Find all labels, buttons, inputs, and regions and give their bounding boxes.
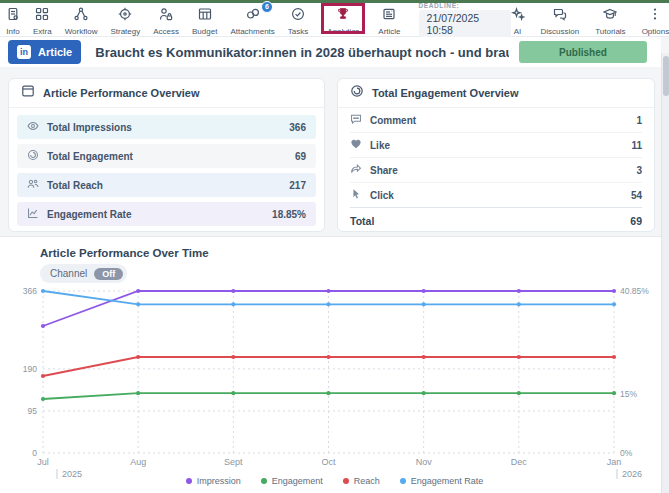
stat-row-impressions: Total Impressions 366 bbox=[17, 115, 316, 139]
svg-text:366: 366 bbox=[23, 286, 37, 296]
toolbar-actions: AI Discussion Tutorials Options Close bbox=[511, 4, 669, 36]
vertical-scrollbar[interactable] bbox=[661, 53, 669, 493]
action-options[interactable]: Options bbox=[642, 4, 669, 36]
performance-card-header: Article Performance Overview bbox=[9, 79, 324, 108]
legend-item-engagement[interactable]: Engagement bbox=[261, 476, 323, 486]
action-tutorials[interactable]: Tutorials bbox=[595, 4, 625, 36]
total-value: 69 bbox=[630, 215, 642, 227]
engagement-row-share: Share 3 bbox=[350, 158, 642, 183]
tab-tasks[interactable]: Tasks bbox=[288, 4, 308, 36]
action-label: Options bbox=[642, 27, 669, 36]
legend-item-engagement-rate[interactable]: Engagement Rate bbox=[400, 476, 484, 486]
stat-value: 366 bbox=[289, 122, 306, 133]
svg-text:Dec: Dec bbox=[511, 457, 528, 467]
performance-rows: Total Impressions 366 Total Engagement 6… bbox=[9, 108, 324, 238]
svg-text:Nov: Nov bbox=[416, 457, 433, 467]
tab-label: Tasks bbox=[288, 27, 308, 36]
chart-card: Article Performance Over Time Channel Of… bbox=[0, 236, 669, 493]
scrollbar-thumb[interactable] bbox=[663, 56, 669, 96]
tab-info[interactable]: Info bbox=[6, 4, 20, 36]
tab-access[interactable]: Access bbox=[153, 4, 179, 36]
engagement-rows: Comment 1 Like 11 Share 3 Click 54 Total… bbox=[338, 108, 654, 234]
tab-workflow[interactable]: Workflow bbox=[65, 4, 98, 36]
graduation-cap-icon bbox=[603, 7, 617, 25]
deadline-label: DEADLINE: bbox=[419, 2, 511, 9]
tab-budget[interactable]: Budget bbox=[192, 4, 217, 36]
table-icon bbox=[198, 7, 212, 25]
tab-label: Strategy bbox=[110, 27, 140, 36]
engagement-row-like: Like 11 bbox=[350, 133, 642, 158]
tab-label: Extra bbox=[33, 27, 52, 36]
performance-line-chart: 0951903660%15%40.85%JulAugSeptOctNovDecJ… bbox=[0, 279, 669, 479]
channel-toggle-label: Channel bbox=[50, 268, 87, 279]
engagement-circle-icon bbox=[350, 84, 364, 102]
stat-label: Total Impressions bbox=[47, 122, 281, 133]
engagement-total-row: Total 69 bbox=[350, 207, 642, 234]
engagement-value: 54 bbox=[631, 190, 642, 201]
chart-legend: ImpressionEngagementReachEngagement Rate bbox=[0, 476, 669, 486]
stat-row-engagement-rate: Engagement Rate 18.85% bbox=[17, 202, 316, 226]
channel-button-label: Article bbox=[38, 46, 72, 58]
svg-text:95: 95 bbox=[28, 406, 38, 416]
check-circle-icon bbox=[291, 7, 305, 25]
target-icon bbox=[118, 7, 132, 25]
legend-label: Engagement Rate bbox=[411, 476, 484, 486]
info-file-icon bbox=[6, 7, 20, 25]
engagement-value: 3 bbox=[636, 165, 642, 176]
tab-label: Info bbox=[6, 27, 19, 36]
stat-label: Total Engagement bbox=[47, 151, 287, 162]
svg-text:Sept: Sept bbox=[224, 457, 243, 467]
svg-text:0%: 0% bbox=[620, 448, 633, 458]
action-label: Tutorials bbox=[595, 27, 625, 36]
tab-attachments[interactable]: 6 Attachments bbox=[230, 4, 274, 36]
engagement-value: 11 bbox=[631, 140, 642, 151]
engagement-label: Share bbox=[370, 165, 628, 176]
total-engagement-card: Total Engagement Overview Comment 1 Like… bbox=[337, 78, 655, 232]
tab-strategy[interactable]: Strategy bbox=[110, 4, 140, 36]
browser-window-icon bbox=[21, 84, 35, 102]
tab-label: Analytics bbox=[327, 27, 359, 34]
stat-row-engagement: Total Engagement 69 bbox=[17, 144, 316, 168]
legend-label: Reach bbox=[354, 476, 380, 486]
chat-bubbles-icon bbox=[553, 7, 567, 25]
heart-icon bbox=[350, 136, 362, 154]
chart-title: Article Performance Over Time bbox=[40, 247, 209, 259]
engagement-row-click: Click 54 bbox=[350, 183, 642, 208]
svg-text:Oct: Oct bbox=[321, 457, 336, 467]
status-badge[interactable]: Published bbox=[519, 41, 647, 63]
stat-value: 18.85% bbox=[272, 209, 306, 220]
tab-analytics[interactable]: Analytics bbox=[321, 3, 365, 34]
legend-item-reach[interactable]: Reach bbox=[343, 476, 380, 486]
kebab-menu-icon bbox=[648, 7, 662, 25]
stat-row-reach: Total Reach 217 bbox=[17, 173, 316, 197]
deadline-field: DEADLINE: 21/07/2025 10:58 bbox=[419, 2, 511, 38]
performance-card-title: Article Performance Overview bbox=[43, 87, 200, 99]
attachments-count-badge: 6 bbox=[261, 1, 273, 13]
action-ai[interactable]: AI bbox=[511, 4, 525, 36]
engagement-icon bbox=[27, 147, 39, 165]
tab-article[interactable]: Article bbox=[378, 4, 400, 36]
workflow-nodes-icon bbox=[74, 7, 88, 25]
svg-text:Jan: Jan bbox=[607, 457, 622, 467]
svg-text:Aug: Aug bbox=[130, 457, 146, 467]
engagement-row-comment: Comment 1 bbox=[350, 108, 642, 133]
grid-icon bbox=[35, 7, 49, 25]
engagement-label: Click bbox=[370, 190, 623, 201]
stat-label: Engagement Rate bbox=[47, 209, 264, 220]
tab-extra[interactable]: Extra bbox=[33, 4, 52, 36]
tab-label: Article bbox=[378, 27, 400, 36]
legend-label: Engagement bbox=[272, 476, 323, 486]
user-lock-icon bbox=[159, 7, 173, 25]
engagement-label: Comment bbox=[370, 115, 628, 126]
legend-dot bbox=[400, 478, 406, 484]
svg-text:Jul: Jul bbox=[37, 457, 49, 467]
article-header: in Article Braucht es Kommunikator:innen… bbox=[0, 37, 661, 67]
legend-item-impression[interactable]: Impression bbox=[186, 476, 241, 486]
deadline-value-input[interactable]: 21/07/2025 10:58 bbox=[419, 10, 511, 38]
svg-text:15%: 15% bbox=[620, 389, 637, 399]
article-channel-button[interactable]: in Article bbox=[8, 40, 81, 64]
cursor-icon bbox=[350, 186, 362, 204]
action-discussion[interactable]: Discussion bbox=[541, 4, 580, 36]
eye-icon bbox=[27, 118, 39, 136]
toolbar-tabs: Info Extra Workflow Strategy Access Budg bbox=[6, 4, 401, 36]
